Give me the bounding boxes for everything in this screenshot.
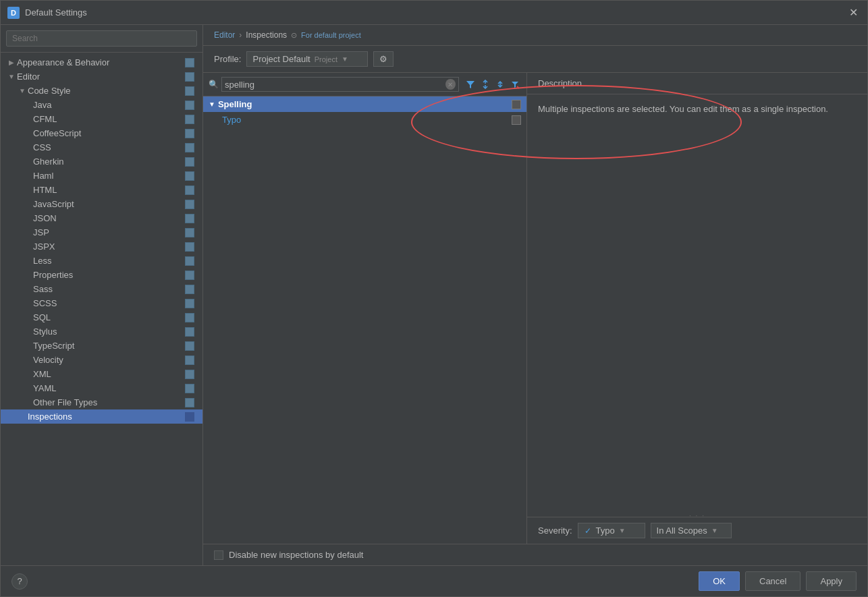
code-style-page-icon xyxy=(185,86,194,96)
sidebar-item-java[interactable]: Java xyxy=(1,98,202,112)
velocity-page-icon xyxy=(185,356,194,365)
cancel-button[interactable]: Cancel xyxy=(745,571,801,591)
collapse-all-button[interactable] xyxy=(494,78,506,90)
jspx-label: JSPX xyxy=(33,241,185,252)
disable-inspections-checkbox[interactable] xyxy=(214,550,223,560)
stylus-page-icon xyxy=(185,327,194,337)
window-title: Default Settings xyxy=(25,7,87,18)
scopes-dropdown[interactable]: In All Scopes ▼ xyxy=(651,523,732,538)
profile-name: Project Default xyxy=(252,54,310,64)
inspections-list: 🔍 ✕ xyxy=(203,73,527,544)
description-panel: Description Multiple inspections are sel… xyxy=(527,73,867,544)
sidebar-search-input[interactable] xyxy=(6,30,197,47)
title-bar-left: D Default Settings xyxy=(7,7,87,19)
typescript-label: TypeScript xyxy=(33,341,185,351)
disable-inspections-label: Disable new inspections by default xyxy=(229,550,363,560)
spelling-group[interactable]: ▼ Spelling xyxy=(203,96,526,112)
inspections-search-bar: 🔍 ✕ xyxy=(203,73,526,96)
xml-label: XML xyxy=(33,369,185,379)
sidebar-item-javascript[interactable]: JavaScript xyxy=(1,197,202,211)
severity-value: Typo xyxy=(596,525,615,536)
haml-page-icon xyxy=(185,171,194,181)
xml-page-icon xyxy=(185,370,194,379)
sidebar-item-css[interactable]: CSS xyxy=(1,140,202,154)
profile-type: Project xyxy=(315,55,337,63)
toolbar-icons xyxy=(464,78,521,90)
editor-page-icon xyxy=(185,72,194,82)
sidebar-item-typescript[interactable]: TypeScript xyxy=(1,339,202,353)
expand-all-button[interactable] xyxy=(479,78,491,90)
profile-gear-button[interactable]: ⚙ xyxy=(373,51,394,67)
sidebar-item-scss[interactable]: SCSS xyxy=(1,296,202,310)
search-clear-button[interactable]: ✕ xyxy=(445,79,456,90)
spelling-arrow: ▼ xyxy=(209,101,215,108)
breadcrumb-editor[interactable]: Editor xyxy=(214,30,235,40)
sidebar-item-velocity[interactable]: Velocity xyxy=(1,353,202,367)
sidebar-item-haml[interactable]: Haml xyxy=(1,169,202,183)
typo-checkbox-area xyxy=(512,115,521,125)
footer: ? OK Cancel Apply xyxy=(1,565,867,596)
less-page-icon xyxy=(185,256,194,266)
help-button[interactable]: ? xyxy=(11,573,28,590)
sidebar-item-yaml[interactable]: YAML xyxy=(1,381,202,395)
profile-label: Profile: xyxy=(214,54,241,64)
editor-label: Editor xyxy=(17,72,185,82)
editor-arrow: ▼ xyxy=(6,73,17,80)
profile-dropdown-arrow: ▼ xyxy=(342,55,348,63)
jsp-label: JSP xyxy=(33,227,185,237)
sql-page-icon xyxy=(185,313,194,322)
ok-button[interactable]: OK xyxy=(699,571,740,591)
spelling-group-checkbox[interactable] xyxy=(512,100,521,109)
yaml-page-icon xyxy=(185,384,194,393)
inspections-tree-list: ▼ Spelling Typo xyxy=(203,96,526,544)
search-magnifier-icon: 🔍 xyxy=(209,80,219,89)
severity-checkmark-icon: ✓ xyxy=(584,527,592,535)
breadcrumb-icon: ⊙ xyxy=(291,31,297,40)
apply-button[interactable]: Apply xyxy=(806,571,857,591)
sidebar-item-inspections[interactable]: Inspections xyxy=(1,409,202,424)
typo-inspection-item[interactable]: Typo xyxy=(203,112,526,127)
sidebar-item-json[interactable]: JSON xyxy=(1,211,202,225)
svg-marker-0 xyxy=(466,81,474,88)
clear-filter-button[interactable] xyxy=(509,78,521,90)
sidebar-item-jsp[interactable]: JSP xyxy=(1,225,202,239)
description-body: Multiple inspections are selected. You c… xyxy=(527,94,867,514)
javascript-page-icon xyxy=(185,200,194,209)
sidebar-item-code-style[interactable]: ▼ Code Style xyxy=(1,84,202,98)
profile-dropdown[interactable]: Project Default Project ▼ xyxy=(246,51,368,67)
description-header: Description xyxy=(527,73,867,94)
sidebar-item-html[interactable]: HTML xyxy=(1,183,202,197)
velocity-label: Velocity xyxy=(33,355,185,365)
inspections-label: Inspections xyxy=(28,411,185,422)
sidebar-item-gherkin[interactable]: Gherkin xyxy=(1,154,202,169)
appearance-label: Appearance & Behavior xyxy=(17,57,185,67)
inspections-page-icon xyxy=(185,412,194,422)
close-button[interactable]: ✕ xyxy=(846,3,861,22)
sidebar-item-sql[interactable]: SQL xyxy=(1,310,202,324)
filter-button[interactable] xyxy=(464,78,477,90)
sidebar: ▶ Appearance & Behavior ▼ Editor ▼ Code … xyxy=(1,25,203,565)
stylus-label: Stylus xyxy=(33,326,185,337)
inspection-search-input[interactable] xyxy=(225,80,443,90)
code-style-label: Code Style xyxy=(28,86,185,96)
sidebar-item-properties[interactable]: Properties xyxy=(1,268,202,282)
typo-checkbox[interactable] xyxy=(512,115,521,125)
inspections-area: 🔍 ✕ xyxy=(203,73,867,544)
sidebar-item-jspx[interactable]: JSPX xyxy=(1,239,202,254)
java-label: Java xyxy=(33,100,185,110)
sidebar-item-cfml[interactable]: CFML xyxy=(1,112,202,126)
sidebar-item-stylus[interactable]: Stylus xyxy=(1,324,202,339)
sidebar-item-appearance[interactable]: ▶ Appearance & Behavior xyxy=(1,55,202,69)
severity-dropdown[interactable]: ✓ Typo ▼ xyxy=(578,523,645,538)
sidebar-item-editor[interactable]: ▼ Editor xyxy=(1,69,202,84)
sidebar-item-xml[interactable]: XML xyxy=(1,367,202,381)
severity-label: Severity: xyxy=(538,525,572,536)
sidebar-item-less[interactable]: Less xyxy=(1,254,202,268)
app-icon: D xyxy=(7,7,20,19)
code-style-arrow: ▼ xyxy=(17,87,28,94)
sidebar-item-other-file-types[interactable]: Other File Types xyxy=(1,395,202,409)
sidebar-item-sass[interactable]: Sass xyxy=(1,282,202,296)
sidebar-item-coffeescript[interactable]: CoffeeScript xyxy=(1,126,202,140)
json-page-icon xyxy=(185,214,194,223)
cfml-label: CFML xyxy=(33,114,185,124)
